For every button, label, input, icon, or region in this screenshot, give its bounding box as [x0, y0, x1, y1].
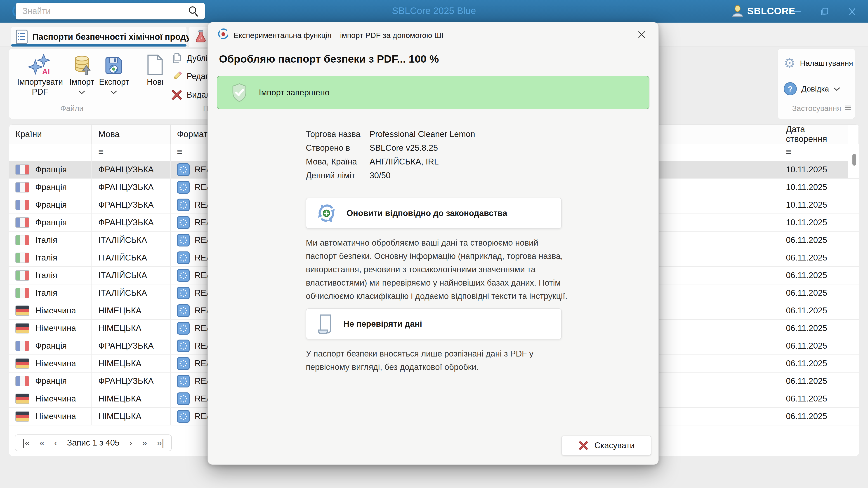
search-input[interactable] [16, 6, 187, 16]
eu-flag-icon [177, 392, 190, 405]
fast-next-button[interactable]: » [142, 438, 147, 448]
row-gutter [848, 179, 859, 196]
fr-flag-icon [16, 341, 29, 351]
new-label: Нові [142, 77, 168, 87]
country-cell: Німеччина [9, 390, 92, 408]
column-header-language[interactable]: Мова [92, 125, 170, 144]
title-bar: SBLCore 2025 Blue SBLCORE [0, 0, 868, 23]
eu-flag-icon [177, 304, 190, 317]
next-page-button[interactable]: › [129, 438, 132, 448]
date-cell: 06.11.2025 [779, 355, 848, 372]
eu-flag-icon [177, 287, 190, 299]
cancel-button[interactable]: Скасувати [561, 435, 651, 455]
duplicate-pages-icon [171, 53, 183, 64]
date-cell: 06.11.2025 [779, 249, 848, 266]
ribbon-divider [135, 52, 135, 116]
filter-date[interactable]: = [779, 144, 848, 161]
country-name: Італія [35, 235, 57, 245]
row-gutter [848, 214, 859, 231]
search-icon[interactable] [187, 5, 200, 18]
header-gutter [848, 125, 859, 144]
dialog-close-button[interactable] [637, 30, 647, 39]
import-pdf-button[interactable]: AI Імпортувати PDF [14, 52, 66, 97]
edit-button[interactable]: Редагу [171, 70, 213, 82]
update-legislation-button[interactable]: Оновити відповідно до законодавства [306, 198, 562, 229]
help-button[interactable]: ? Довідка [784, 82, 840, 95]
row-gutter [848, 285, 859, 302]
country-cell: Німеччина [9, 355, 92, 372]
vertical-scrollbar[interactable] [852, 154, 856, 166]
country-cell: Франція [9, 161, 92, 178]
detail-row: Торгова назваProfessional Cleaner Lemon [306, 129, 475, 139]
duplicate-label: Дублі [187, 54, 208, 63]
filter-country[interactable] [9, 144, 92, 161]
fr-flag-icon [16, 217, 29, 228]
user-icon [732, 5, 744, 17]
equals-filter-icon: = [177, 147, 182, 158]
date-cell: 06.11.2025 [779, 267, 848, 284]
detail-value: 30/50 [370, 170, 391, 181]
eu-flag-icon [177, 252, 190, 264]
skip-verification-button[interactable]: Не перевіряти дані [306, 308, 562, 339]
pagination-bar: |« « ‹ Запис 1 з 405 › » »| [15, 434, 172, 451]
cancel-label: Скасувати [594, 441, 635, 450]
column-header-country[interactable]: Країни [9, 125, 92, 144]
group-label-apply: Застосування [778, 104, 855, 113]
prev-page-button[interactable]: ‹ [54, 438, 57, 448]
de-flag-icon [16, 305, 29, 316]
minimize-button[interactable] [791, 6, 803, 17]
country-cell: Франція [9, 337, 92, 355]
country-name: Франція [35, 377, 67, 386]
filter-language[interactable]: = [92, 144, 170, 161]
fr-flag-icon [16, 182, 29, 193]
eu-flag-icon [177, 410, 190, 423]
maximize-button[interactable] [818, 6, 831, 17]
search-box [16, 3, 205, 20]
chevron-down-icon [79, 87, 85, 97]
language-cell: НІМЕЦЬКА [92, 408, 170, 425]
column-header-date[interactable]: Дата створення [779, 125, 848, 144]
country-name: Німеччина [35, 359, 76, 368]
progress-heading: Обробляю паспорт безпеки з PDF... 100 % [219, 53, 439, 65]
first-page-button[interactable]: |« [22, 438, 30, 448]
import-button[interactable]: Імпорт [68, 52, 95, 97]
group-options-icon[interactable]: ≡ [844, 102, 852, 112]
settings-button[interactable]: ⚙ Налаштування [784, 57, 853, 70]
account-area[interactable]: SBLCORE [732, 5, 795, 17]
language-cell: ФРАНЦУЗЬКА [92, 372, 170, 390]
language-cell: ІТАЛІЙСЬКА [92, 232, 170, 249]
country-name: Німеччина [35, 306, 76, 315]
import-pdf-label: Імпортувати [14, 77, 66, 87]
export-button[interactable]: Експорт [99, 52, 128, 97]
row-gutter [848, 249, 859, 266]
row-gutter [848, 196, 859, 214]
tab-safety-data-sheets[interactable]: Паспорти безпечності хімічної продукції [11, 27, 186, 47]
country-cell: Італія [9, 267, 92, 284]
account-label: SBLCORE [747, 6, 795, 17]
country-name: Німеччина [35, 394, 76, 403]
pencil-icon [171, 70, 183, 82]
close-window-button[interactable] [846, 6, 859, 17]
ai-import-dialog: Експериментальна функція – імпорт PDF за… [208, 22, 659, 465]
language-cell: НІМЕЦЬКА [92, 302, 170, 319]
eu-flag-icon [177, 375, 190, 387]
eu-flag-icon [177, 199, 190, 211]
detail-value: Professional Cleaner Lemon [370, 129, 475, 139]
import-label: Імпорт [68, 77, 95, 87]
de-flag-icon [16, 323, 29, 333]
country-cell: Німеччина [9, 302, 92, 319]
fast-prev-button[interactable]: « [39, 438, 44, 448]
duplicate-button[interactable]: Дублі [171, 53, 208, 64]
language-cell: ІТАЛІЙСЬКА [92, 249, 170, 266]
skip-verification-label: Не перевіряти дані [343, 319, 422, 329]
date-cell: 06.11.2025 [779, 232, 848, 249]
de-flag-icon [16, 411, 29, 422]
document-list-icon [16, 29, 28, 44]
language-cell: НІМЕЦЬКА [92, 320, 170, 337]
new-button[interactable]: Нові [142, 52, 168, 87]
equals-filter-icon: = [98, 147, 103, 158]
delete-button[interactable]: Видал [171, 89, 211, 101]
row-gutter [848, 372, 859, 390]
last-page-button[interactable]: »| [157, 438, 164, 448]
detail-value: АНГЛІЙСЬКА, IRL [370, 157, 439, 167]
